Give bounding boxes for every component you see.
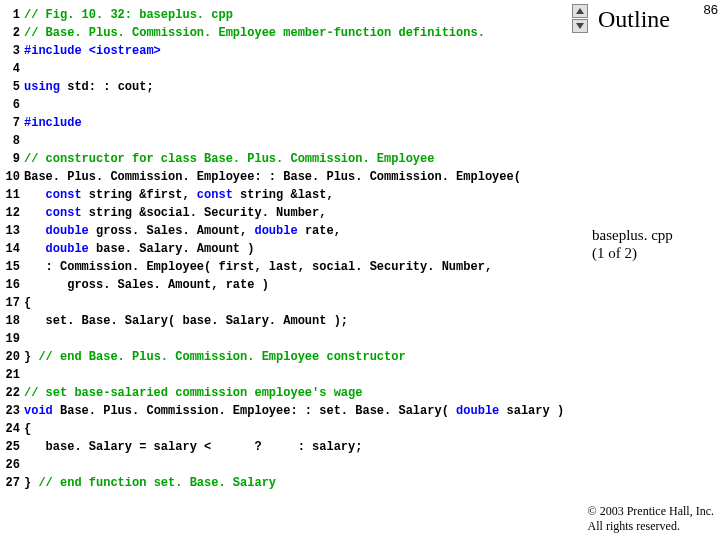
code-line: #include — [24, 114, 570, 132]
line-number: 14 — [0, 240, 24, 258]
copyright-line1: © 2003 Prentice Hall, Inc. — [588, 504, 714, 519]
code-token — [24, 188, 46, 202]
code-token: rate, — [298, 224, 341, 238]
code-pane: 1234567891011121314151617181920212223242… — [0, 0, 570, 490]
line-number: 17 — [0, 294, 24, 312]
code-line: Base. Plus. Commission. Employee: : Base… — [24, 168, 570, 186]
line-number: 24 — [0, 420, 24, 438]
code-line — [24, 60, 570, 78]
line-number: 27 — [0, 474, 24, 492]
file-label-line1: baseplus. cpp — [592, 226, 673, 244]
code-token: base. Salary = salary < ? : salary; — [24, 440, 362, 454]
code-token: base. Salary. Amount ) — [89, 242, 255, 256]
line-number: 9 — [0, 150, 24, 168]
svg-marker-0 — [576, 8, 584, 14]
code-token: Base. Plus. Commission. Employee: : Base… — [24, 170, 521, 184]
line-number: 26 — [0, 456, 24, 474]
prev-slide-button[interactable] — [572, 4, 588, 18]
line-number: 25 — [0, 438, 24, 456]
code-token: Base. Plus. Commission. Employee: : set.… — [53, 404, 456, 418]
line-number: 23 — [0, 402, 24, 420]
copyright-line2: All rights reserved. — [588, 519, 714, 534]
code-token: salary ) — [499, 404, 564, 418]
slide-number: 86 — [704, 2, 718, 17]
arrow-down-icon — [575, 22, 585, 30]
code-line: } // end function set. Base. Salary — [24, 474, 570, 492]
code-line: const string &social. Security. Number, — [24, 204, 570, 222]
line-number: 16 — [0, 276, 24, 294]
code-token: gross. Sales. Amount, — [89, 224, 255, 238]
code-token: // Base. Plus. Commission. Employee memb… — [24, 26, 485, 40]
line-number: 19 — [0, 330, 24, 348]
side-pane: Outline 86 baseplus. cpp (1 of 2) © 2003… — [570, 0, 720, 540]
line-number: 7 — [0, 114, 24, 132]
code-token: const — [46, 188, 82, 202]
code-token: } — [24, 350, 38, 364]
code-token: std: : cout; — [60, 80, 154, 94]
code-token: #include <iostream> — [24, 44, 161, 58]
code-line: // constructor for class Base. Plus. Com… — [24, 150, 570, 168]
code-line: double base. Salary. Amount ) — [24, 240, 570, 258]
code-line: void Base. Plus. Commission. Employee: :… — [24, 402, 570, 420]
line-number: 13 — [0, 222, 24, 240]
line-number: 4 — [0, 60, 24, 78]
code-line — [24, 366, 570, 384]
code-token: string &last, — [233, 188, 334, 202]
code-line — [24, 96, 570, 114]
code-token: set. Base. Salary( base. Salary. Amount … — [24, 314, 348, 328]
line-number: 10 — [0, 168, 24, 186]
copyright: © 2003 Prentice Hall, Inc. All rights re… — [588, 504, 714, 534]
code-token — [24, 224, 46, 238]
line-number: 5 — [0, 78, 24, 96]
code-line: set. Base. Salary( base. Salary. Amount … — [24, 312, 570, 330]
file-label: baseplus. cpp (1 of 2) — [592, 226, 673, 262]
line-number: 22 — [0, 384, 24, 402]
code-token: { — [24, 422, 31, 436]
line-number: 12 — [0, 204, 24, 222]
code-token: #include — [24, 116, 82, 130]
code-column: // Fig. 10. 32: baseplus. cpp// Base. Pl… — [24, 0, 570, 489]
code-token: // constructor for class Base. Plus. Com… — [24, 152, 434, 166]
line-number: 3 — [0, 42, 24, 60]
code-token — [24, 206, 46, 220]
code-token: double — [46, 242, 89, 256]
line-number: 2 — [0, 24, 24, 42]
line-number: 1 — [0, 6, 24, 24]
line-number: 15 — [0, 258, 24, 276]
line-number: 8 — [0, 132, 24, 150]
line-number: 6 — [0, 96, 24, 114]
slide-root: 1234567891011121314151617181920212223242… — [0, 0, 720, 540]
code-line: #include <iostream> — [24, 42, 570, 60]
line-number: 18 — [0, 312, 24, 330]
file-label-line2: (1 of 2) — [592, 244, 673, 262]
line-number-gutter: 1234567891011121314151617181920212223242… — [0, 0, 24, 489]
next-slide-button[interactable] — [572, 19, 588, 33]
code-token: double — [456, 404, 499, 418]
svg-marker-1 — [576, 23, 584, 29]
code-token: double — [46, 224, 89, 238]
code-token: const — [197, 188, 233, 202]
code-line: // Base. Plus. Commission. Employee memb… — [24, 24, 570, 42]
code-line: } // end Base. Plus. Commission. Employe… — [24, 348, 570, 366]
code-line: gross. Sales. Amount, rate ) — [24, 276, 570, 294]
line-number: 21 — [0, 366, 24, 384]
code-line: { — [24, 294, 570, 312]
code-line: : Commission. Employee( first, last, soc… — [24, 258, 570, 276]
code-token: { — [24, 296, 31, 310]
code-token: // set base-salaried commission employee… — [24, 386, 362, 400]
code-line — [24, 132, 570, 150]
code-token: } — [24, 476, 38, 490]
code-token: : Commission. Employee( first, last, soc… — [24, 260, 492, 274]
line-number: 11 — [0, 186, 24, 204]
code-line — [24, 456, 570, 474]
code-token: using — [24, 80, 60, 94]
outline-title: Outline — [598, 6, 670, 33]
code-token: string &first, — [82, 188, 197, 202]
code-token: gross. Sales. Amount, rate ) — [24, 278, 269, 292]
line-number: 20 — [0, 348, 24, 366]
code-token: // end function set. Base. Salary — [38, 476, 276, 490]
code-line: using std: : cout; — [24, 78, 570, 96]
code-line: // Fig. 10. 32: baseplus. cpp — [24, 6, 570, 24]
code-line — [24, 330, 570, 348]
code-line: // set base-salaried commission employee… — [24, 384, 570, 402]
